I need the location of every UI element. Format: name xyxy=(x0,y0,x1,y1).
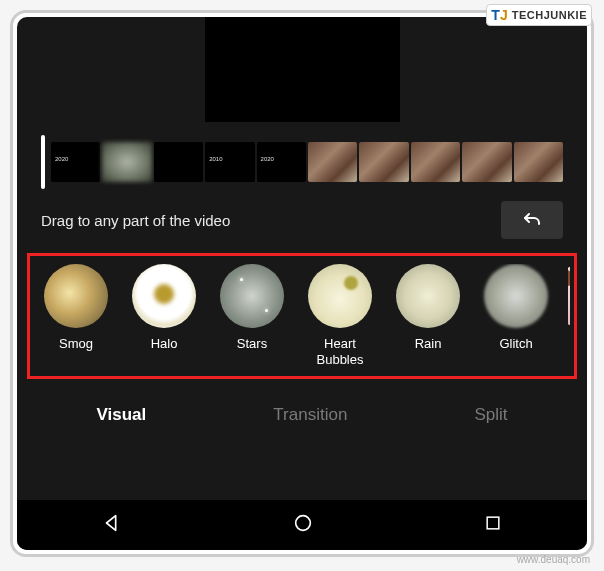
effect-stars[interactable]: Stars xyxy=(216,264,288,368)
home-circle-icon xyxy=(292,512,314,534)
video-preview-area xyxy=(17,17,587,127)
tab-split[interactable]: Split xyxy=(462,399,519,431)
effect-label: HeartBubbles xyxy=(317,336,364,368)
effect-thumb-icon xyxy=(220,264,284,328)
effect-label: Stars xyxy=(237,336,267,368)
android-navbar xyxy=(17,500,587,550)
clip-year: 2010 xyxy=(209,156,222,162)
svg-rect-1 xyxy=(487,517,499,529)
effect-thumb-icon xyxy=(396,264,460,328)
effect-rain[interactable]: Rain xyxy=(392,264,464,368)
timeline-clip[interactable] xyxy=(154,142,203,182)
logo-text: TECHJUNKIE xyxy=(512,9,587,21)
instruction-row: Drag to any part of the video xyxy=(17,193,587,253)
clip-year: 2020 xyxy=(55,156,68,162)
effect-halo[interactable]: Halo xyxy=(128,264,200,368)
timeline-clip[interactable] xyxy=(359,142,408,182)
timeline-clip[interactable] xyxy=(102,142,151,182)
timeline-clip[interactable] xyxy=(411,142,460,182)
timeline-area: 2020 2010 2020 xyxy=(17,127,587,193)
effect-heart-bubbles[interactable]: HeartBubbles xyxy=(304,264,376,368)
timeline-clip[interactable] xyxy=(514,142,563,182)
tab-visual[interactable]: Visual xyxy=(85,399,159,431)
effect-thumb-icon xyxy=(132,264,196,328)
timeline-clip[interactable] xyxy=(308,142,357,182)
logo-j: J xyxy=(500,7,508,23)
effect-rainbow-strobe[interactable]: RainStro xyxy=(568,264,570,368)
techjunkie-logo: T J TECHJUNKIE xyxy=(486,4,592,26)
effects-highlight-box: Smog Halo Stars HeartBubbles Rain xyxy=(27,253,577,379)
nav-home-button[interactable] xyxy=(292,512,314,538)
instruction-text: Drag to any part of the video xyxy=(41,212,230,229)
timeline-clip[interactable] xyxy=(462,142,511,182)
effect-label: Halo xyxy=(151,336,178,368)
effect-thumb-icon xyxy=(44,264,108,328)
undo-icon xyxy=(520,208,544,232)
effect-label: Rain xyxy=(415,336,442,368)
playhead[interactable] xyxy=(41,135,45,189)
timeline[interactable]: 2020 2010 2020 xyxy=(41,139,563,185)
effect-glitch[interactable]: Glitch xyxy=(480,264,552,368)
svg-point-0 xyxy=(296,516,311,531)
watermark-top: T J TECHJUNKIE xyxy=(486,4,592,26)
nav-recent-button[interactable] xyxy=(483,513,503,537)
back-triangle-icon xyxy=(101,512,123,534)
effect-thumb-icon xyxy=(568,264,570,328)
effect-thumb-icon xyxy=(484,264,548,328)
timeline-clip[interactable]: 2010 xyxy=(205,142,254,182)
effect-smog[interactable]: Smog xyxy=(40,264,112,368)
effect-thumb-icon xyxy=(308,264,372,328)
effect-label: Glitch xyxy=(499,336,532,368)
source-watermark: www.deuaq.com xyxy=(517,554,590,565)
timeline-clip[interactable]: 2020 xyxy=(51,142,100,182)
undo-button[interactable] xyxy=(501,201,563,239)
logo-t: T xyxy=(491,7,500,23)
timeline-clip[interactable]: 2020 xyxy=(257,142,306,182)
nav-back-button[interactable] xyxy=(101,512,123,538)
effect-label: Smog xyxy=(59,336,93,368)
video-editor-app: 2020 2010 2020 Drag to any part of the v… xyxy=(17,17,587,550)
recent-square-icon xyxy=(483,513,503,533)
clip-year: 2020 xyxy=(261,156,274,162)
tab-transition[interactable]: Transition xyxy=(261,399,359,431)
effects-tabs: Visual Transition Split xyxy=(17,379,587,445)
effects-row[interactable]: Smog Halo Stars HeartBubbles Rain xyxy=(40,264,570,368)
phone-frame: 2020 2010 2020 Drag to any part of the v… xyxy=(10,10,594,557)
video-preview[interactable] xyxy=(205,17,400,122)
